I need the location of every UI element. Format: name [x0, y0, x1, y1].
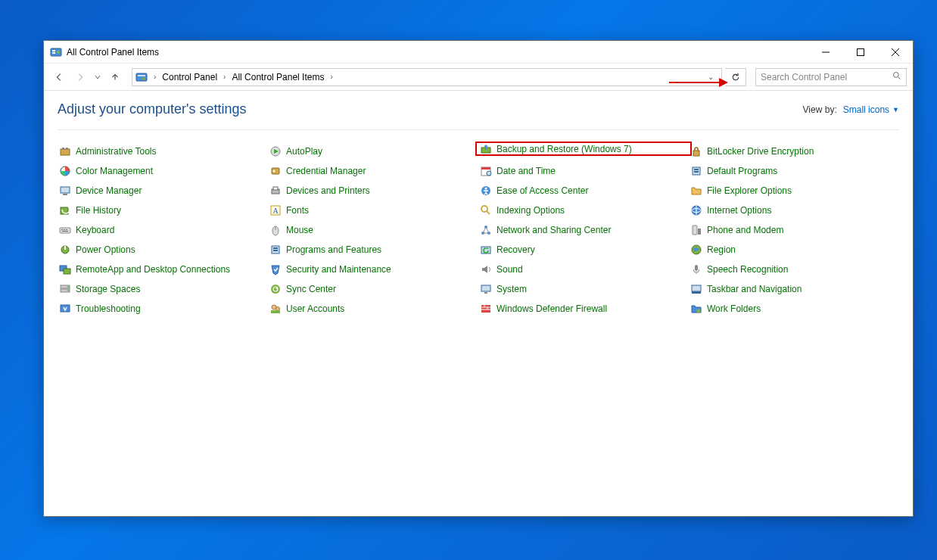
cp-item-icon	[480, 303, 492, 315]
control-panel-window: All Control Panel Items	[43, 40, 914, 517]
cp-item-icon	[269, 224, 282, 236]
svg-rect-47	[64, 229, 65, 230]
cp-item-speech-recognition[interactable]: Speech Recognition	[689, 262, 899, 276]
breadcrumb-separator-icon: ›	[328, 73, 334, 81]
cp-item-label: Sound	[497, 264, 523, 275]
svg-rect-83	[271, 310, 280, 313]
svg-rect-29	[694, 169, 699, 170]
cp-item-label: User Accounts	[286, 303, 344, 314]
cp-item-icon	[59, 244, 71, 256]
cp-item-label: Keyboard	[76, 225, 114, 235]
cp-item-sound[interactable]: Sound	[478, 262, 689, 276]
cp-item-icon	[269, 244, 282, 256]
cp-item-file-history[interactable]: File History	[58, 203, 268, 217]
cp-item-icon	[480, 204, 492, 216]
cp-item-date-and-time[interactable]: Date and Time	[478, 163, 689, 178]
cp-item-label: Color Management	[76, 166, 153, 176]
svg-rect-84	[481, 305, 490, 313]
cp-item-icon	[269, 303, 282, 315]
cp-item-taskbar-and-navigation[interactable]: Taskbar and Navigation	[689, 282, 899, 296]
svg-rect-58	[64, 246, 66, 250]
cp-item-credential-manager[interactable]: Credential Manager	[268, 163, 478, 178]
cp-item-color-management[interactable]: Color Management	[58, 163, 268, 178]
cp-item-autoplay[interactable]: AutoPlay	[268, 144, 478, 158]
cp-item-internet-options[interactable]: Internet Options	[689, 203, 899, 217]
cp-item-icon	[59, 165, 71, 177]
cp-item-label: Credential Manager	[286, 166, 366, 176]
maximize-button[interactable]	[843, 41, 878, 64]
cp-item-power-options[interactable]: Power Options	[58, 242, 268, 257]
cp-item-administrative-tools[interactable]: Administrative Tools	[58, 144, 268, 158]
up-button[interactable]	[106, 68, 124, 86]
cp-item-mouse[interactable]: Mouse	[268, 222, 478, 237]
refresh-button[interactable]	[725, 68, 746, 86]
cp-item-ease-of-access-center[interactable]: Ease of Access Center	[478, 183, 689, 198]
cp-item-label: Power Options	[76, 244, 135, 255]
cp-item-label: Region	[707, 244, 736, 255]
cp-item-recovery[interactable]: Recovery	[478, 242, 689, 257]
cp-item-user-accounts[interactable]: User Accounts	[268, 301, 478, 316]
breadcrumb-dropdown-icon[interactable]: ⌄	[708, 73, 718, 81]
cp-item-label: RemoteApp and Desktop Connections	[76, 264, 230, 275]
breadcrumb-seg-all-items[interactable]: All Control Panel Items	[229, 72, 327, 82]
cp-item-programs-and-features[interactable]: Programs and Features	[268, 242, 478, 257]
svg-rect-78	[692, 285, 701, 291]
cp-item-icon	[59, 263, 71, 275]
viewby-dropdown[interactable]: Small icons ▼	[843, 104, 899, 115]
cp-item-icon	[690, 185, 702, 197]
cp-item-phone-and-modem[interactable]: Phone and Modem	[689, 222, 899, 237]
search-box[interactable]	[755, 68, 907, 86]
cp-item-bitlocker-drive-encryption[interactable]: BitLocker Drive Encryption	[689, 144, 899, 158]
svg-point-89	[697, 309, 701, 313]
cp-item-work-folders[interactable]: Work Folders	[689, 301, 899, 316]
forward-button[interactable]	[71, 68, 89, 86]
recent-locations-dropdown[interactable]	[92, 74, 103, 80]
cp-item-icon	[690, 204, 702, 216]
back-button[interactable]	[50, 68, 68, 86]
cp-item-network-and-sharing-center[interactable]: Network and Sharing Center	[478, 222, 689, 237]
cp-item-label: Backup and Restore (Windows 7)	[497, 144, 632, 154]
cp-item-fonts[interactable]: AFonts	[268, 203, 478, 217]
cp-item-icon	[59, 224, 71, 236]
cp-item-label: Date and Time	[497, 166, 556, 176]
minimize-button[interactable]	[808, 41, 843, 64]
svg-point-10	[142, 77, 145, 80]
cp-item-sync-center[interactable]: Sync Center	[268, 282, 478, 296]
cp-item-label: AutoPlay	[286, 146, 322, 157]
cp-item-region[interactable]: Region	[689, 242, 899, 257]
breadcrumb-seg-control-panel[interactable]: Control Panel	[159, 72, 220, 82]
svg-rect-68	[695, 265, 698, 271]
cp-item-security-and-maintenance[interactable]: Security and Maintenance	[268, 262, 478, 276]
cp-item-icon	[690, 145, 702, 157]
window-title: All Control Panel Items	[67, 47, 159, 58]
svg-rect-55	[693, 226, 697, 235]
cp-item-remoteapp-and-desktop-connections[interactable]: RemoteApp and Desktop Connections	[58, 262, 268, 276]
cp-item-indexing-options[interactable]: Indexing Options	[478, 203, 689, 217]
breadcrumb[interactable]: › Control Panel › All Control Panel Item…	[132, 68, 722, 86]
cp-item-windows-defender-firewall[interactable]: Windows Defender Firewall	[478, 301, 689, 316]
cp-item-default-programs[interactable]: Default Programs	[689, 163, 899, 178]
svg-rect-45	[60, 228, 70, 233]
svg-rect-26	[481, 167, 490, 170]
breadcrumb-separator-icon: ›	[152, 73, 157, 81]
search-input[interactable]	[761, 72, 892, 82]
cp-item-device-manager[interactable]: Device Manager	[58, 183, 268, 198]
cp-item-label: Work Folders	[707, 303, 761, 314]
cp-item-backup-and-restore-windows-7[interactable]: Backup and Restore (Windows 7)	[475, 142, 692, 156]
cp-item-system[interactable]: System	[478, 282, 689, 296]
cp-item-devices-and-printers[interactable]: Devices and Printers	[268, 183, 478, 198]
cp-item-keyboard[interactable]: Keyboard	[58, 222, 268, 237]
cp-item-label: Troubleshooting	[76, 303, 141, 314]
svg-point-24	[273, 170, 275, 172]
cp-item-file-explorer-options[interactable]: File Explorer Options	[689, 183, 899, 198]
cp-item-storage-spaces[interactable]: Storage Spaces	[58, 282, 268, 296]
cp-item-icon: A	[269, 204, 282, 216]
svg-rect-79	[692, 291, 701, 294]
cp-item-label: Security and Maintenance	[286, 264, 391, 275]
close-button[interactable]	[878, 41, 913, 64]
cp-item-label: Recovery	[497, 244, 535, 255]
cp-item-label: BitLocker Drive Encryption	[707, 146, 814, 157]
cp-item-troubleshooting[interactable]: Troubleshooting	[58, 301, 268, 316]
svg-point-3	[57, 51, 60, 54]
content-area: Adjust your computer's settings View by:…	[44, 91, 913, 516]
